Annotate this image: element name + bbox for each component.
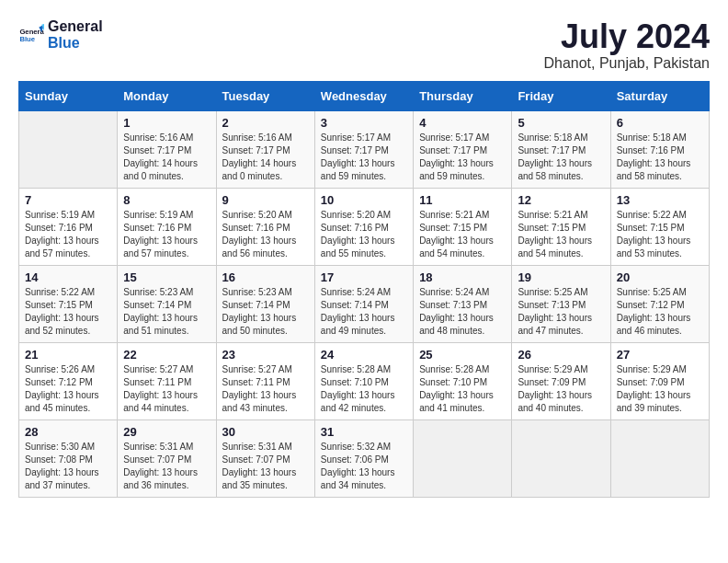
day-info: Sunrise: 5:31 AMSunset: 7:07 PMDaylight:… xyxy=(222,441,309,492)
day-info: Sunrise: 5:16 AMSunset: 7:17 PMDaylight:… xyxy=(222,132,309,183)
logo-blue-text: Blue xyxy=(48,35,103,52)
calendar-day-cell: 23Sunrise: 5:27 AMSunset: 7:11 PMDayligh… xyxy=(216,342,314,419)
day-number: 24 xyxy=(321,348,407,362)
day-number: 27 xyxy=(617,348,703,362)
day-info: Sunrise: 5:17 AMSunset: 7:17 PMDaylight:… xyxy=(419,132,506,183)
logo-icon: General Blue xyxy=(18,22,44,48)
calendar-day-cell: 21Sunrise: 5:26 AMSunset: 7:12 PMDayligh… xyxy=(19,342,118,419)
day-number: 9 xyxy=(222,193,309,207)
day-info: Sunrise: 5:25 AMSunset: 7:12 PMDaylight:… xyxy=(617,286,703,338)
calendar-day-cell: 25Sunrise: 5:28 AMSunset: 7:10 PMDayligh… xyxy=(414,342,512,419)
day-info: Sunrise: 5:21 AMSunset: 7:15 PMDaylight:… xyxy=(518,209,604,260)
calendar-day-cell: 26Sunrise: 5:29 AMSunset: 7:09 PMDayligh… xyxy=(512,342,610,419)
day-info: Sunrise: 5:22 AMSunset: 7:15 PMDaylight:… xyxy=(25,286,111,338)
day-info: Sunrise: 5:26 AMSunset: 7:12 PMDaylight:… xyxy=(25,363,111,415)
calendar-week-row: 28Sunrise: 5:30 AMSunset: 7:08 PMDayligh… xyxy=(19,419,710,497)
day-number: 31 xyxy=(321,425,407,439)
day-number: 4 xyxy=(419,116,506,130)
location-title: Dhanot, Punjab, Pakistan xyxy=(543,55,710,72)
day-number: 17 xyxy=(321,270,407,284)
day-number: 16 xyxy=(222,270,309,284)
calendar-day-cell: 8Sunrise: 5:19 AMSunset: 7:16 PMDaylight… xyxy=(118,188,216,265)
svg-text:Blue: Blue xyxy=(19,35,35,43)
day-info: Sunrise: 5:19 AMSunset: 7:16 PMDaylight:… xyxy=(123,209,210,260)
day-info: Sunrise: 5:16 AMSunset: 7:17 PMDaylight:… xyxy=(123,132,210,183)
calendar-day-cell: 15Sunrise: 5:23 AMSunset: 7:14 PMDayligh… xyxy=(118,265,216,342)
weekday-header-cell: Tuesday xyxy=(216,81,314,110)
calendar-day-cell: 13Sunrise: 5:22 AMSunset: 7:15 PMDayligh… xyxy=(610,188,709,265)
day-info: Sunrise: 5:29 AMSunset: 7:09 PMDaylight:… xyxy=(617,363,703,415)
day-info: Sunrise: 5:21 AMSunset: 7:15 PMDaylight:… xyxy=(419,209,506,260)
calendar-day-cell: 6Sunrise: 5:18 AMSunset: 7:16 PMDaylight… xyxy=(610,110,709,188)
day-number: 21 xyxy=(25,348,111,362)
day-info: Sunrise: 5:24 AMSunset: 7:14 PMDaylight:… xyxy=(321,286,407,338)
calendar-day-cell: 28Sunrise: 5:30 AMSunset: 7:08 PMDayligh… xyxy=(19,419,118,497)
weekday-header-row: SundayMondayTuesdayWednesdayThursdayFrid… xyxy=(19,81,710,110)
day-number: 29 xyxy=(123,425,210,439)
day-number: 22 xyxy=(123,348,210,362)
calendar-day-cell: 29Sunrise: 5:31 AMSunset: 7:07 PMDayligh… xyxy=(118,419,216,497)
day-number: 23 xyxy=(222,348,309,362)
day-info: Sunrise: 5:18 AMSunset: 7:17 PMDaylight:… xyxy=(518,132,604,183)
day-number: 18 xyxy=(419,270,506,284)
day-number: 20 xyxy=(617,270,703,284)
calendar-day-cell: 14Sunrise: 5:22 AMSunset: 7:15 PMDayligh… xyxy=(19,265,118,342)
calendar-week-row: 21Sunrise: 5:26 AMSunset: 7:12 PMDayligh… xyxy=(19,342,710,419)
calendar-table: SundayMondayTuesdayWednesdayThursdayFrid… xyxy=(18,81,710,498)
calendar-day-cell: 30Sunrise: 5:31 AMSunset: 7:07 PMDayligh… xyxy=(216,419,314,497)
day-info: Sunrise: 5:18 AMSunset: 7:16 PMDaylight:… xyxy=(617,132,703,183)
day-number: 10 xyxy=(321,193,407,207)
day-number: 3 xyxy=(321,116,407,130)
day-info: Sunrise: 5:22 AMSunset: 7:15 PMDaylight:… xyxy=(617,209,703,260)
day-number: 1 xyxy=(123,116,210,130)
weekday-header-cell: Saturday xyxy=(610,81,709,110)
weekday-header-cell: Thursday xyxy=(414,81,512,110)
day-info: Sunrise: 5:27 AMSunset: 7:11 PMDaylight:… xyxy=(222,363,309,415)
day-info: Sunrise: 5:29 AMSunset: 7:09 PMDaylight:… xyxy=(518,363,604,415)
calendar-day-cell: 20Sunrise: 5:25 AMSunset: 7:12 PMDayligh… xyxy=(610,265,709,342)
calendar-day-cell: 9Sunrise: 5:20 AMSunset: 7:16 PMDaylight… xyxy=(216,188,314,265)
day-number: 14 xyxy=(25,270,111,284)
day-info: Sunrise: 5:32 AMSunset: 7:06 PMDaylight:… xyxy=(321,441,407,492)
day-number: 8 xyxy=(123,193,210,207)
day-info: Sunrise: 5:25 AMSunset: 7:13 PMDaylight:… xyxy=(518,286,604,338)
day-number: 12 xyxy=(518,193,604,207)
day-number: 28 xyxy=(25,425,111,439)
calendar-day-cell: 5Sunrise: 5:18 AMSunset: 7:17 PMDaylight… xyxy=(512,110,610,188)
logo: General Blue General Blue xyxy=(18,18,103,51)
calendar-day-cell: 17Sunrise: 5:24 AMSunset: 7:14 PMDayligh… xyxy=(314,265,413,342)
calendar-day-cell: 24Sunrise: 5:28 AMSunset: 7:10 PMDayligh… xyxy=(314,342,413,419)
day-info: Sunrise: 5:28 AMSunset: 7:10 PMDaylight:… xyxy=(419,363,506,415)
calendar-day-cell: 12Sunrise: 5:21 AMSunset: 7:15 PMDayligh… xyxy=(512,188,610,265)
day-info: Sunrise: 5:20 AMSunset: 7:16 PMDaylight:… xyxy=(321,209,407,260)
logo-general-text: General xyxy=(48,18,103,35)
calendar-day-cell: 31Sunrise: 5:32 AMSunset: 7:06 PMDayligh… xyxy=(314,419,413,497)
day-info: Sunrise: 5:30 AMSunset: 7:08 PMDaylight:… xyxy=(25,441,111,492)
calendar-day-cell xyxy=(610,419,709,497)
day-info: Sunrise: 5:24 AMSunset: 7:13 PMDaylight:… xyxy=(419,286,506,338)
day-info: Sunrise: 5:19 AMSunset: 7:16 PMDaylight:… xyxy=(25,209,111,260)
calendar-day-cell: 2Sunrise: 5:16 AMSunset: 7:17 PMDaylight… xyxy=(216,110,314,188)
day-number: 13 xyxy=(617,193,703,207)
day-number: 5 xyxy=(518,116,604,130)
month-title: July 2024 xyxy=(543,18,710,55)
calendar-day-cell: 3Sunrise: 5:17 AMSunset: 7:17 PMDaylight… xyxy=(314,110,413,188)
day-number: 15 xyxy=(123,270,210,284)
calendar-week-row: 7Sunrise: 5:19 AMSunset: 7:16 PMDaylight… xyxy=(19,188,710,265)
day-info: Sunrise: 5:23 AMSunset: 7:14 PMDaylight:… xyxy=(222,286,309,338)
calendar-day-cell: 16Sunrise: 5:23 AMSunset: 7:14 PMDayligh… xyxy=(216,265,314,342)
calendar-week-row: 1Sunrise: 5:16 AMSunset: 7:17 PMDaylight… xyxy=(19,110,710,188)
day-info: Sunrise: 5:28 AMSunset: 7:10 PMDaylight:… xyxy=(321,363,407,415)
calendar-day-cell xyxy=(414,419,512,497)
day-number: 26 xyxy=(518,348,604,362)
day-info: Sunrise: 5:27 AMSunset: 7:11 PMDaylight:… xyxy=(123,363,210,415)
day-number: 19 xyxy=(518,270,604,284)
calendar-day-cell: 22Sunrise: 5:27 AMSunset: 7:11 PMDayligh… xyxy=(118,342,216,419)
calendar-day-cell: 4Sunrise: 5:17 AMSunset: 7:17 PMDaylight… xyxy=(414,110,512,188)
weekday-header-cell: Wednesday xyxy=(314,81,413,110)
weekday-header-cell: Sunday xyxy=(19,81,118,110)
title-area: July 2024 Dhanot, Punjab, Pakistan xyxy=(543,18,710,72)
day-number: 2 xyxy=(222,116,309,130)
calendar-day-cell xyxy=(512,419,610,497)
day-number: 30 xyxy=(222,425,309,439)
